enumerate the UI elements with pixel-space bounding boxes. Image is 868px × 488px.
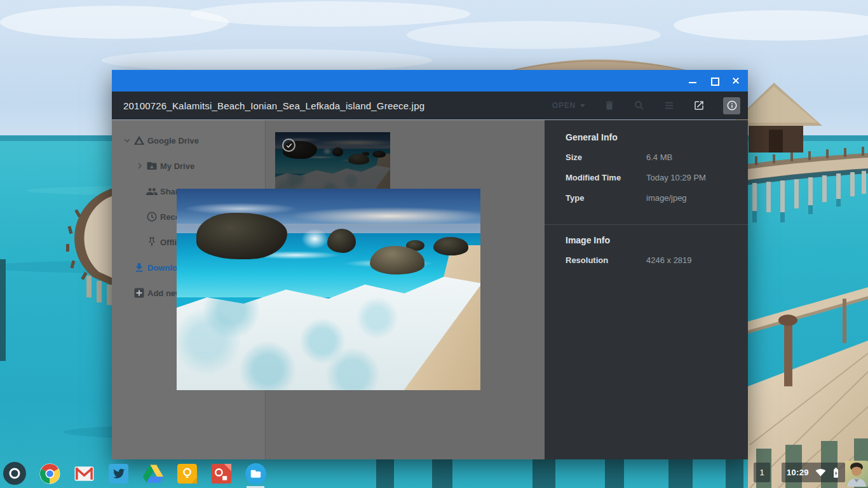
info-label: Size [566, 151, 646, 164]
info-icon[interactable] [723, 97, 740, 114]
sidebar-item-google-drive[interactable]: Google Drive [112, 128, 265, 153]
window-titlebar[interactable] [112, 70, 748, 92]
gallery-header: 20100726_Kalamitsi_Beach_Ionian_Sea_Lefk… [112, 92, 748, 119]
chrome-icon[interactable] [39, 463, 60, 484]
system-tray[interactable]: 10:29 [782, 463, 845, 482]
minimize-button[interactable] [688, 76, 697, 85]
search-icon[interactable] [634, 100, 645, 111]
info-panel: General Info Size 6.4 MB Modified Time T… [545, 120, 748, 459]
general-info-title: General Info [566, 131, 735, 144]
launcher-icon[interactable] [3, 462, 26, 485]
open-in-new-icon[interactable] [693, 100, 705, 111]
info-value: 6.4 MB [646, 151, 735, 164]
sidebar-item-label: My Drive [160, 161, 194, 171]
files-icon[interactable] [245, 463, 266, 484]
chevron-down-icon[interactable] [122, 135, 132, 146]
info-row-modified: Modified Time Today 10:29 PM [566, 172, 735, 184]
pin-icon [146, 236, 158, 248]
clock-icon [146, 211, 158, 222]
divider [545, 224, 748, 225]
page-title: 20100726_Kalamitsi_Beach_Ionian_Sea_Lefk… [123, 100, 424, 111]
battery-charging-icon [832, 467, 839, 478]
sidebar-item-my-drive[interactable]: My Drive [112, 153, 265, 179]
notification-counter[interactable]: 1 [754, 463, 770, 482]
download-icon [133, 262, 145, 273]
folder-icon [146, 160, 158, 172]
image-info-title: Image Info [566, 234, 735, 247]
sidebar-item-label: Google Drive [147, 136, 199, 146]
google-drive-icon[interactable] [142, 463, 163, 484]
info-value: image/jpeg [646, 192, 735, 205]
drive-icon [133, 135, 145, 146]
info-row-resolution: Resolution 4246 x 2819 [566, 254, 735, 267]
menu-icon[interactable] [663, 100, 675, 111]
gmail-icon[interactable] [74, 463, 95, 484]
caret-down-icon [580, 104, 585, 107]
info-label: Modified Time [566, 172, 646, 184]
clock: 10:29 [787, 468, 809, 477]
people-icon [146, 186, 158, 197]
tweetdeck-icon[interactable] [108, 463, 129, 484]
user-avatar[interactable] [845, 461, 868, 487]
info-value: 4246 x 2819 [646, 254, 735, 267]
close-button[interactable] [731, 76, 740, 85]
plus-square-icon [133, 287, 145, 299]
check-icon[interactable] [282, 139, 295, 152]
trash-icon[interactable] [604, 100, 615, 111]
maximize-button[interactable] [710, 76, 719, 85]
wifi-icon [815, 468, 827, 477]
beach-photo [177, 189, 480, 390]
google-keep-icon[interactable] [177, 463, 198, 484]
info-value: Today 10:29 PM [646, 172, 735, 184]
info-label: Type [566, 192, 646, 205]
info-row-size: Size 6.4 MB [566, 151, 735, 164]
info-label: Resolution [566, 254, 646, 267]
shelf: 1 10:29 [0, 459, 868, 488]
image-preview[interactable] [177, 189, 480, 390]
google-drawings-icon[interactable] [211, 463, 232, 484]
chevron-right-icon[interactable] [135, 161, 145, 171]
screen: 20100726_Kalamitsi_Beach_Ionian_Sea_Lefk… [0, 0, 868, 488]
open-button[interactable]: OPEN [552, 101, 585, 110]
info-row-type: Type image/jpeg [566, 192, 735, 205]
